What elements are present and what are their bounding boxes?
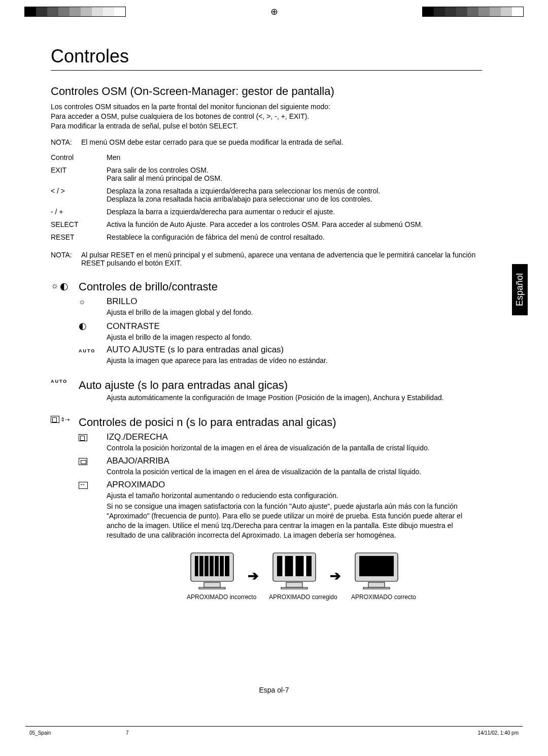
intro-line-3: Para modificar la entrada de señal, puls… <box>51 121 482 131</box>
contrast-icon: ◐ <box>79 320 107 332</box>
monitor-incorrect-icon <box>189 551 235 589</box>
brightness-contrast-icon: ☼◐ <box>51 280 79 292</box>
item-aproximado-desc1: Ajusta el tamaño horizontal aumentando o… <box>107 491 482 501</box>
svg-rect-19 <box>368 582 385 587</box>
language-tab: Español <box>512 264 528 315</box>
item-auto-ajuste-desc: Ajusta la imagen que aparece para las en… <box>107 356 482 366</box>
vertical-position-icon <box>79 456 107 465</box>
registration-mark-icon: ⊕ <box>270 6 278 17</box>
arrow-icon: ➔ <box>330 568 341 584</box>
color-bar-left <box>24 7 126 17</box>
item-abajo-arriba-desc: Controla la posición vertical de la imag… <box>107 467 482 477</box>
item-contraste-desc: Ajusta el brillo de la imagen respecto a… <box>107 333 482 342</box>
section-subtitle: Controles OSM (On-Screen-Manager: gestor… <box>51 85 482 98</box>
intro-line-2: Para acceder a OSM, pulse cualquiera de … <box>51 112 482 121</box>
arrow-icon: ➔ <box>248 568 259 584</box>
monitor-illustrations: APROXIMADO incorrecto ➔ APROXIMADO corre… <box>107 551 482 601</box>
table-row: < / > Desplaza la zona resaltada a izqui… <box>51 185 482 206</box>
auto-icon: AUTO <box>79 345 107 354</box>
table-row: SELECT Activa la función de Auto Ajuste.… <box>51 218 482 231</box>
title-divider <box>51 70 482 71</box>
svg-rect-16 <box>281 587 307 589</box>
controls-table: Control Men EXIT Para salir de los contr… <box>51 151 482 244</box>
svg-rect-8 <box>204 582 220 587</box>
footer-page-number: Espa ol-7 <box>0 686 548 694</box>
note-label: NOTA: <box>51 251 81 267</box>
svg-rect-15 <box>286 582 302 587</box>
color-bar-right <box>422 7 524 17</box>
note-label: NOTA: <box>51 138 81 146</box>
monitor-caption-3: APROXIMADO correcto <box>351 594 402 601</box>
position-controls-icon: ⇕⇢ <box>51 416 79 423</box>
footer-sheet: 7 <box>126 730 129 736</box>
monitor-caption-1: APROXIMADO incorrecto <box>187 594 237 601</box>
section-brillo-contraste-title: Controles de brillo/contraste <box>79 280 218 293</box>
auto-icon: AUTO <box>51 379 79 384</box>
note-text: El menú OSM debe estar cerrado para que … <box>81 138 482 146</box>
table-row: EXIT Para salir de los controles OSM. Pa… <box>51 164 482 185</box>
page-title: Controles <box>51 46 482 67</box>
item-brillo-title: BRILLO <box>107 297 482 307</box>
item-contraste-title: CONTRASTE <box>107 321 482 332</box>
table-row: - / + Desplaza la barra a izquierda/dere… <box>51 206 482 218</box>
item-abajo-arriba-title: ABAJO/ARRIBA <box>107 456 482 466</box>
footer-timestamp: 14/11/02, 1:40 pm <box>477 730 519 736</box>
svg-rect-20 <box>363 587 390 589</box>
note-text: Al pulsar RESET en el menú principal y e… <box>81 251 482 267</box>
table-row: RESET Restablece la configuración de fáb… <box>51 231 482 244</box>
section-position-title: Controles de posici n (s lo para entrada… <box>79 416 336 429</box>
item-brillo-desc: Ajusta el brillo de la imagen global y d… <box>107 308 482 317</box>
table-header-control: Control <box>51 153 107 161</box>
section-auto-title: Auto ajuste (s lo para entradas anal gic… <box>79 379 482 392</box>
brightness-icon: ☼ <box>79 297 107 306</box>
monitor-corrected-icon <box>271 551 318 589</box>
item-auto-ajuste-title: AUTO AJUSTE (s lo para entradas anal gic… <box>107 345 482 355</box>
section-auto-desc: Ajusta automáticamente la configuración … <box>107 393 482 403</box>
footer-file: 05_Spain <box>29 730 51 736</box>
table-header-menu: Men <box>107 153 482 161</box>
horizontal-position-icon <box>79 433 107 441</box>
intro-line-1: Los controles OSM situados en la parte f… <box>51 102 482 112</box>
item-aproximado-title: APROXIMADO <box>107 480 482 490</box>
crop-marks: ⊕ <box>0 6 548 17</box>
monitor-caption-2: APROXIMADO corregido <box>269 594 320 601</box>
width-icon <box>79 480 107 489</box>
monitor-correct-icon <box>353 551 400 589</box>
svg-rect-9 <box>199 587 225 589</box>
item-izq-derecha-title: IZQ./DERECHA <box>107 432 482 442</box>
footer-divider <box>25 726 523 727</box>
item-izq-derecha-desc: Controla la posición horizontal de la im… <box>107 443 482 453</box>
svg-rect-18 <box>359 556 394 576</box>
item-aproximado-desc2: Si no se consigue una imagen satisfactor… <box>107 502 482 540</box>
